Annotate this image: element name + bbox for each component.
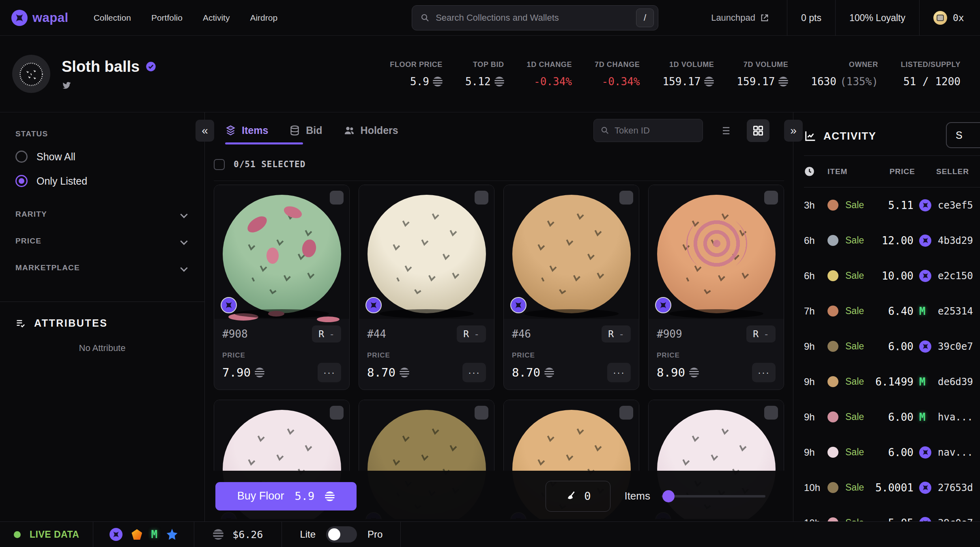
activity-time: 9h [804,341,827,352]
nav-activity[interactable]: Activity [203,13,230,23]
apt-coin-icon [778,77,788,86]
card-checkbox[interactable] [764,406,778,420]
card-checkbox[interactable] [619,406,633,420]
active-tab-indicator [225,142,303,144]
search-input[interactable] [436,13,630,23]
rarity-badge[interactable]: R- [602,325,631,342]
activity-row[interactable]: 10h Sale 5.05 M 39c0e7 [804,505,980,521]
filter-section-price[interactable]: PRICE [15,237,189,246]
stat-top-bid: TOP BID 5.12 [465,60,504,88]
mercato-marketplace-icon[interactable]: M [151,528,157,541]
collapse-activity-button[interactable]: » [784,120,803,142]
card-checkbox[interactable] [475,191,488,205]
nav-airdrop[interactable]: Airdrop [250,13,277,23]
token-id-search[interactable] [593,119,703,142]
card-checkbox[interactable] [619,191,633,205]
nft-card[interactable]: #908 R- PRICE 7.90 ··· [214,185,350,390]
more-options-button[interactable]: ··· [607,363,631,382]
verified-badge-icon [145,61,157,72]
activity-price: 6.40 [874,305,919,317]
card-checkbox[interactable] [475,406,488,420]
points-badge[interactable]: 0 pts [787,0,835,36]
layers-icon [225,125,236,136]
live-dot-icon [14,531,21,538]
grid-view-button[interactable] [747,119,769,142]
lite-pro-toggle[interactable] [326,526,357,543]
radio-on-icon[interactable] [15,175,28,187]
more-options-button[interactable]: ··· [462,363,486,382]
select-all-checkbox[interactable] [214,159,225,170]
filter-only-listed[interactable]: Only Listed [15,175,189,187]
activity-rows: 3h Sale 5.11 M ce3ef5 6h Sale 12.00 M 4b… [804,187,980,521]
rank-value: - [474,329,479,339]
twitter-icon[interactable] [62,80,157,90]
collapse-sidebar-button[interactable]: « [196,120,214,142]
filter-section-marketplace[interactable]: MARKETPLACE [15,263,189,272]
wallet-button[interactable]: 0x [919,0,980,36]
stat-label: OWNER [849,60,878,69]
nav-collection[interactable]: Collection [94,13,131,23]
collection-avatar[interactable] [12,55,50,93]
tab-holders[interactable]: Holders [344,125,398,136]
activity-row[interactable]: 9h Sale 6.1499 M de6d39 [804,364,980,399]
price-label: PRICE [657,351,776,360]
activity-price: 12.00 [874,235,919,247]
price-value: 8.90 [657,366,685,379]
nft-card[interactable]: #44 R- PRICE 8.70 ··· [359,185,494,390]
live-data-status: LIVE DATA [0,522,93,547]
activity-row[interactable]: 9h Sale 6.00 M hva... [804,399,980,435]
more-options-button[interactable]: ··· [318,363,341,382]
item-thumbnail [827,376,838,387]
activity-row[interactable]: 6h Sale 12.00 M 4b3d29 [804,223,980,258]
tab-items[interactable]: Items [225,125,268,136]
list-view-button[interactable] [714,119,736,142]
global-search[interactable]: / [412,5,658,30]
radio-off-icon[interactable] [15,151,28,163]
topaz-marketplace-icon[interactable] [131,529,142,540]
top-navbar: wapal Collection Portfolio Activity Aird… [0,0,980,36]
card-checkbox[interactable] [330,191,344,205]
card-checkbox[interactable] [330,406,344,420]
activity-row[interactable]: 7h Sale 6.40 M e25314 [804,293,980,329]
sweep-counter[interactable]: 0 [546,481,610,512]
stat-label: 1D VOLUME [669,60,714,69]
rarity-badge[interactable]: R- [312,325,341,342]
nft-card[interactable]: #909 R- PRICE 8.90 ··· [648,185,784,390]
activity-price: 6.00 [874,340,919,353]
broom-icon [565,491,577,502]
slider-thumb[interactable] [662,490,675,502]
seller-address: hva... [938,411,980,423]
chevron-down-icon [180,264,187,271]
wapal-logo[interactable]: wapal [11,10,69,26]
chevron-down-icon [180,211,187,218]
selection-row: 0/51 SELECTED [214,152,784,177]
buy-floor-price: 5.9 [294,490,314,502]
rarity-badge[interactable]: R- [746,325,776,342]
card-checkbox[interactable] [764,191,778,205]
rarity-badge[interactable]: R- [457,325,486,342]
tab-bid[interactable]: Bid [289,125,322,136]
wapal-marketplace-icon [919,340,931,353]
rank-letter: R [608,329,614,339]
launchpad-link[interactable]: Launchpad [711,13,769,23]
loyalty-badge[interactable]: 100% Loyalty [835,0,919,36]
wapal-marketplace-icon[interactable] [110,528,122,541]
activity-title: ACTIVITY [823,130,876,142]
activity-filter-button[interactable]: S [946,122,980,148]
more-options-button[interactable]: ··· [752,363,776,382]
filter-section-rarity[interactable]: RARITY [15,210,189,219]
nft-card[interactable]: #46 R- PRICE 8.70 ··· [503,185,639,390]
items-slider[interactable] [662,495,765,497]
activity-row[interactable]: 3h Sale 5.11 M ce3ef5 [804,187,980,223]
toggle-knob[interactable] [328,528,340,541]
buy-floor-button[interactable]: Buy Floor 5.9 [215,482,357,510]
tradeport-marketplace-icon[interactable] [166,529,178,540]
activity-row[interactable]: 9h Sale 6.00 M nav... [804,435,980,470]
activity-row[interactable]: 6h Sale 10.00 M e2c150 [804,258,980,293]
activity-row[interactable]: 10h Sale 5.0001 M 27653d [804,470,980,505]
event-type: Sale [845,376,874,387]
filter-show-all[interactable]: Show All [15,151,189,163]
nav-portfolio[interactable]: Portfolio [151,13,183,23]
activity-row[interactable]: 9h Sale 6.00 M 39c0e7 [804,329,980,364]
token-id-input[interactable] [615,125,696,136]
